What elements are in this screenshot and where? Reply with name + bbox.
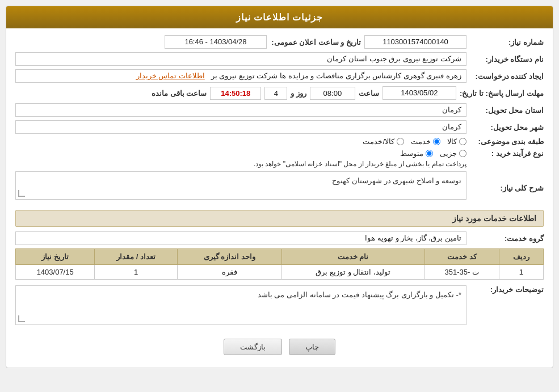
tabaqe-kala-khadamat: کالا/خدمت bbox=[363, 137, 404, 146]
toseih-value: *- تکمیل و بارگزاری برگ پیشنهاد قیمت در … bbox=[15, 285, 466, 325]
farayand-jozyi-radio[interactable] bbox=[459, 150, 466, 157]
col-nam: نام خدمت bbox=[281, 249, 424, 265]
table-row: 1 ت -35-351 تولید، انتقال و توزیع برق فق… bbox=[16, 265, 544, 280]
services-table: ردیف کد خدمت نام خدمت واحد اندازه گیری ت… bbox=[15, 248, 544, 280]
farayand-motavasset: متوسط bbox=[400, 149, 433, 158]
farayand-desc: پرداخت تمام یا بخشی از مبلغ خریدار از مح… bbox=[254, 160, 466, 168]
cell-radif: 1 bbox=[499, 265, 543, 280]
noe-farayand-label: نوع فرآیند خرید : bbox=[470, 149, 544, 158]
nam-dastgah-value: شرکت توزیع نیروی برق جنوب استان کرمان bbox=[15, 52, 466, 66]
nam-dastgah-row: نام دستگاه خریدار: شرکت توزیع نیروی برق … bbox=[15, 52, 544, 66]
mohlat-saat-value: 08:00 bbox=[310, 87, 355, 100]
shahr-row: شهر محل تحویل: کرمان bbox=[15, 120, 544, 134]
ijad-link[interactable]: اطلاعات تماس خریدار bbox=[136, 71, 205, 80]
tabaqe-radio-group: کالا خدمت کالا/خدمت bbox=[363, 137, 466, 146]
mohlat-rooz-value: 4 bbox=[264, 87, 287, 100]
mohlat-label: مهلت ارسال پاسخ: تا تاریخ: bbox=[460, 89, 544, 98]
back-button[interactable]: بازگشت bbox=[224, 339, 282, 355]
col-radif: ردیف bbox=[499, 249, 543, 265]
shomara-label: شماره نیاز: bbox=[470, 38, 544, 47]
mohlat-rooz-label: روز و bbox=[291, 89, 306, 98]
mohlat-baqi-label: ساعت باقی مانده bbox=[152, 89, 207, 98]
grooh-label: گروه خدمت: bbox=[470, 234, 544, 243]
mohlat-date: 1403/05/02 bbox=[383, 86, 456, 100]
table-header-row: ردیف کد خدمت نام خدمت واحد اندازه گیری ت… bbox=[16, 249, 544, 265]
toseih-label: توضیحات خریدار: bbox=[470, 285, 544, 294]
nam-dastgah-label: نام دستگاه خریدار: bbox=[470, 55, 544, 64]
sharh-value: توسعه و اصلاح شبهری در شهرستان کهنوج bbox=[15, 171, 466, 200]
shomara-value: 1103001574000140 bbox=[364, 35, 466, 49]
tabaqe-row: طبقه بندی موضوعی: کالا خدمت کالا/خدمت bbox=[15, 137, 544, 146]
ostan-value: کرمان bbox=[15, 103, 466, 117]
ijad-row: ایجاد کننده درخواست: زهره فنبری گوهری کا… bbox=[15, 69, 544, 83]
farayand-motavasset-radio[interactable] bbox=[426, 150, 433, 157]
shomara-row: شماره نیاز: 1103001574000140 تاریخ و ساع… bbox=[15, 35, 544, 49]
page-title: جزئیات اطلاعات نیاز bbox=[6, 6, 553, 28]
cell-nam: تولید، انتقال و توزیع برق bbox=[281, 265, 424, 280]
cell-tedad: 1 bbox=[95, 265, 178, 280]
col-kod: کد خدمت bbox=[424, 249, 499, 265]
tabaqe-khadamat: خدمت bbox=[411, 137, 440, 146]
sharh-label: شرح کلی نیاز: bbox=[470, 184, 544, 192]
tabaqe-kala-khadamat-label: کالا/خدمت bbox=[363, 137, 394, 146]
toseih-row: توضیحات خریدار: *- تکمیل و بارگزاری برگ … bbox=[15, 285, 544, 330]
mohlat-row: مهلت ارسال پاسخ: تا تاریخ: 1403/05/02 سا… bbox=[15, 86, 544, 100]
tabaqe-khadamat-radio[interactable] bbox=[433, 138, 440, 145]
tabaqe-kala: کالا bbox=[447, 137, 466, 146]
button-row: چاپ بازگشت bbox=[15, 339, 544, 361]
print-button[interactable]: چاپ bbox=[289, 339, 335, 355]
ijad-label: ایجاد کننده درخواست: bbox=[470, 72, 544, 81]
grooh-value: تامین برق، گاز، بخار و تهویه هوا bbox=[15, 231, 466, 245]
khadamat-section-title: اطلاعات خدمات مورد نیاز bbox=[15, 210, 544, 227]
tarikh-label: تاریخ و ساعت اعلان عمومی: bbox=[270, 38, 361, 47]
farayand-jozyi: جزیی bbox=[440, 149, 466, 158]
tarikh-value: 1403/04/28 - 16:46 bbox=[165, 35, 267, 49]
col-tedad: تعداد / مقدار bbox=[95, 249, 178, 265]
col-vahed: واحد اندازه گیری bbox=[177, 249, 281, 265]
ijad-value: زهره فنبری گوهری کارشناس برگزاری مناقصات… bbox=[15, 69, 466, 83]
farayand-jozyi-label: جزیی bbox=[440, 149, 457, 158]
ostan-label: استان محل تحویل: bbox=[470, 106, 544, 115]
tabaqe-kala-label: کالا bbox=[447, 137, 457, 146]
farayand-motavasset-label: متوسط bbox=[400, 149, 423, 158]
ijad-text: زهره فنبری گوهری کارشناس برگزاری مناقصات… bbox=[211, 71, 461, 80]
cell-kod: ت -35-351 bbox=[424, 265, 499, 280]
ostan-row: استان محل تحویل: کرمان bbox=[15, 103, 544, 117]
cell-tarikh: 1403/07/15 bbox=[16, 265, 95, 280]
col-tarikh: تاریخ نیاز bbox=[16, 249, 95, 265]
tabaqe-label: طبقه بندی موضوعی: bbox=[470, 137, 544, 146]
cell-vahed: فقره bbox=[177, 265, 281, 280]
sharh-row: شرح کلی نیاز: توسعه و اصلاح شبهری در شهر… bbox=[15, 171, 544, 204]
countdown-timer: 14:50:18 bbox=[210, 87, 261, 100]
tabaqe-khadamat-label: خدمت bbox=[411, 137, 431, 146]
tabaqe-kala-khadamat-radio[interactable] bbox=[397, 138, 404, 145]
shahr-value: کرمان bbox=[15, 120, 466, 134]
shahr-label: شهر محل تحویل: bbox=[470, 123, 544, 132]
grooh-row: گروه خدمت: تامین برق، گاز، بخار و تهویه … bbox=[15, 231, 544, 245]
tabaqe-kala-radio[interactable] bbox=[459, 138, 466, 145]
noe-farayand-row: نوع فرآیند خرید : جزیی متوسط پرداخت تمام… bbox=[15, 149, 544, 168]
farayand-radio-group: جزیی متوسط bbox=[254, 149, 466, 158]
mohlat-saat-label: ساعت bbox=[359, 89, 379, 98]
